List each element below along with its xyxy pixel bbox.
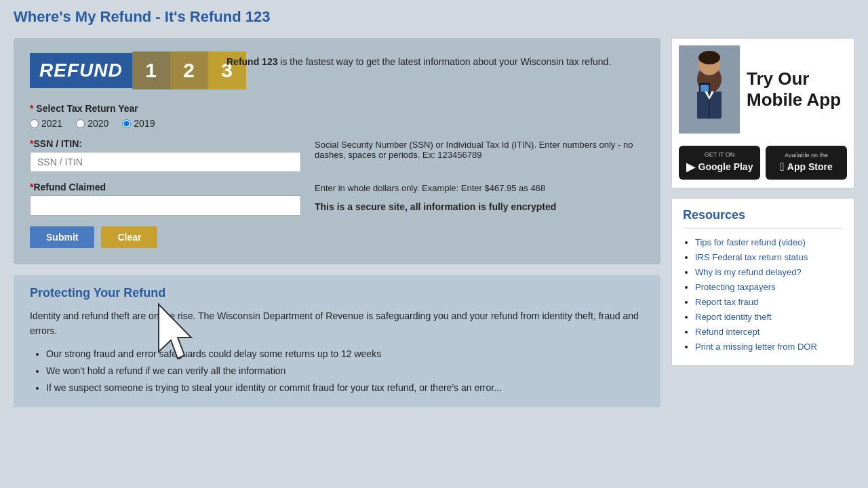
refund-left: *Refund Claimed [30, 182, 301, 216]
protecting-bullet-3: If we suspect someone is trying to steal… [46, 380, 644, 396]
refund-logo: REFUND 1 2 3 [30, 52, 213, 89]
resource-item-6: Refund intercept [695, 326, 843, 337]
ssn-input[interactable] [30, 152, 301, 172]
refund-help: Enter in whole dollars only. Example: En… [315, 182, 644, 212]
protecting-list: Our strong fraud and error safeguards co… [30, 346, 644, 397]
resource-item-4: Report tax fraud [695, 296, 843, 307]
resource-link-6[interactable]: Refund intercept [695, 327, 760, 337]
mobile-app-stores: GET IT ON ▶ Google Play Available on the… [672, 140, 854, 188]
year-option-2021[interactable]: 2021 [30, 118, 62, 129]
year-label-2019: 2019 [134, 118, 155, 129]
ssn-left: *SSN / ITIN: [30, 138, 301, 172]
radio-2021[interactable] [30, 119, 39, 128]
mobile-app-panel: Try Our Mobile App GET IT ON ▶ Google Pl… [671, 38, 854, 188]
refund-help-text: Enter in whole dollars only. Example: En… [315, 183, 545, 193]
resource-item-3: Protecting taxpayers [695, 281, 843, 292]
protecting-bullet-1: Our strong fraud and error safeguards co… [46, 346, 644, 363]
resource-link-1[interactable]: IRS Federal tax return status [695, 252, 808, 262]
description-body: is the fastest way to get the latest inf… [277, 56, 611, 67]
year-option-2019[interactable]: 2019 [122, 118, 155, 129]
page-title: Where's My Refund - It's Refund 123 [0, 0, 868, 31]
clear-button[interactable]: Clear [101, 226, 157, 248]
logo-description: Refund 123 is the fastest way to get the… [226, 52, 611, 69]
svg-point-4 [698, 51, 720, 64]
person-image [679, 45, 740, 134]
year-label-2021: 2021 [41, 118, 62, 129]
brand-name: Refund 123 [226, 56, 277, 67]
app-store-name: App Store [787, 161, 833, 172]
resource-item-0: Tips for faster refund (video) [695, 237, 843, 247]
resource-link-4[interactable]: Report tax fraud [695, 297, 758, 307]
resources-panel: Resources Tips for faster refund (video)… [671, 198, 854, 366]
resource-item-2: Why is my refund delayed? [695, 266, 843, 277]
year-section: * Select Tax Return Year 2021 2020 [30, 103, 644, 129]
refund-row: *Refund Claimed Enter in whole dollars o… [30, 182, 644, 216]
app-store-button[interactable]: Available on the  App Store [766, 146, 847, 180]
year-label-text: Select Tax Return Year [36, 103, 138, 114]
year-row: 2021 2020 2019 [30, 118, 644, 129]
year-label: * Select Tax Return Year [30, 103, 644, 114]
secure-note: This is a secure site, all information i… [315, 201, 644, 212]
svg-rect-8 [709, 92, 710, 119]
resources-title: Resources [683, 208, 843, 228]
ssn-label: *SSN / ITIN: [30, 138, 301, 149]
mobile-app-top: Try Our Mobile App [672, 39, 854, 140]
year-option-2020[interactable]: 2020 [76, 118, 108, 129]
mobile-app-title: Try Our Mobile App [747, 68, 847, 110]
resource-link-0[interactable]: Tips for faster refund (video) [695, 237, 806, 247]
logo-area: REFUND 1 2 3 Refund 123 is the fastest w… [30, 52, 644, 89]
ssn-help: Social Security Number (SSN) or Individu… [315, 138, 644, 160]
form-panel: REFUND 1 2 3 Refund 123 is the fastest w… [14, 38, 660, 264]
google-play-name: Google Play [698, 161, 753, 172]
app-store-top: Available on the [785, 152, 828, 159]
resource-link-2[interactable]: Why is my refund delayed? [695, 267, 802, 277]
resource-link-3[interactable]: Protecting taxpayers [695, 282, 776, 292]
button-row: Submit Clear [30, 226, 644, 248]
resource-item-1: IRS Federal tax return status [695, 251, 843, 262]
number-2: 2 [170, 52, 208, 89]
refund-input[interactable] [30, 195, 301, 216]
resource-item-7: Print a missing letter from DOR [695, 341, 843, 352]
ssn-row: *SSN / ITIN: Social Security Number (SSN… [30, 138, 644, 172]
refund-label: *Refund Claimed [30, 182, 301, 192]
main-content: REFUND 1 2 3 Refund 123 is the fastest w… [14, 38, 660, 407]
submit-button[interactable]: Submit [30, 226, 94, 248]
google-play-button[interactable]: GET IT ON ▶ Google Play [679, 146, 760, 180]
resource-link-7[interactable]: Print a missing letter from DOR [695, 342, 817, 352]
year-label-2020: 2020 [87, 118, 108, 129]
protecting-body: Identity and refund theft are on the ris… [30, 308, 644, 339]
radio-2020[interactable] [76, 119, 85, 128]
protecting-title: Protecting Your Refund [30, 286, 644, 300]
protecting-section: Protecting Your Refund Identity and refu… [14, 275, 660, 407]
protecting-bullet-2: We won't hold a refund if we can verify … [46, 363, 644, 380]
page-title-bar: Where's My Refund - It's Refund 123 [0, 0, 868, 31]
sidebar: Try Our Mobile App GET IT ON ▶ Google Pl… [671, 38, 854, 407]
resource-link-5[interactable]: Report identity theft [695, 312, 772, 322]
refund-text: REFUND [30, 53, 132, 88]
resource-item-5: Report identity theft [695, 311, 843, 322]
resources-list: Tips for faster refund (video) IRS Feder… [683, 237, 843, 352]
apple-icon:  [780, 160, 785, 174]
number-1: 1 [132, 52, 170, 89]
required-star-year: * [30, 103, 33, 114]
google-play-icon: ▶ [686, 159, 696, 174]
google-play-top: GET IT ON [705, 151, 735, 158]
radio-2019[interactable] [122, 119, 131, 128]
